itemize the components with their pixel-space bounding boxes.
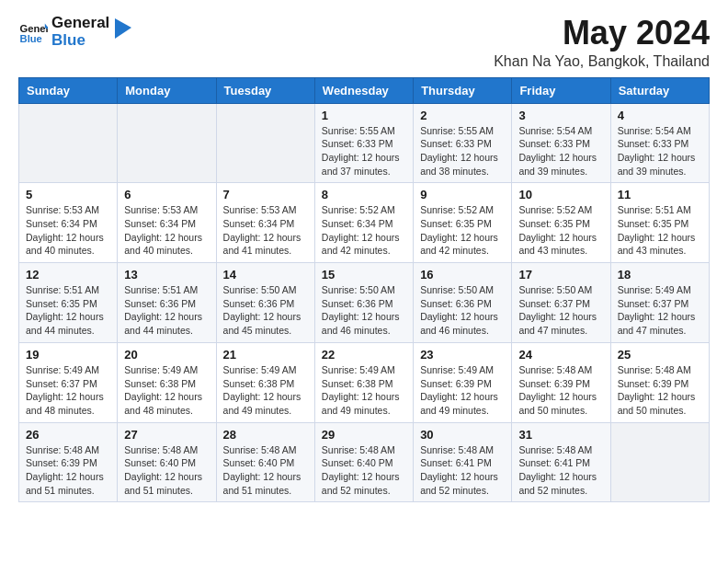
logo-general: General xyxy=(51,15,109,32)
day-number: 18 xyxy=(618,268,702,282)
main-title: May 2024 xyxy=(494,15,710,52)
page: General Blue General Blue May 2024 Khan … xyxy=(0,0,728,563)
day-info: Sunrise: 5:51 AMSunset: 6:35 PMDaylight:… xyxy=(618,203,702,258)
day-number: 7 xyxy=(223,188,308,201)
day-info: Sunrise: 5:55 AMSunset: 6:33 PMDaylight:… xyxy=(322,124,406,178)
day-info: Sunrise: 5:52 AMSunset: 6:35 PMDaylight:… xyxy=(518,203,603,258)
day-number: 24 xyxy=(518,348,603,362)
day-info: Sunrise: 5:50 AMSunset: 6:36 PMDaylight:… xyxy=(322,283,406,338)
day-number: 28 xyxy=(223,428,308,442)
day-info: Sunrise: 5:55 AMSunset: 6:33 PMDaylight:… xyxy=(420,124,505,178)
day-number: 8 xyxy=(322,188,406,201)
calendar-cell: 24Sunrise: 5:48 AMSunset: 6:39 PMDayligh… xyxy=(512,342,610,422)
day-number: 27 xyxy=(124,428,209,442)
day-number: 15 xyxy=(322,268,406,282)
calendar-cell: 25Sunrise: 5:48 AMSunset: 6:39 PMDayligh… xyxy=(610,342,709,422)
day-info: Sunrise: 5:48 AMSunset: 6:39 PMDaylight:… xyxy=(518,363,603,418)
day-number: 12 xyxy=(26,268,110,282)
calendar-cell: 28Sunrise: 5:48 AMSunset: 6:40 PMDayligh… xyxy=(216,422,314,502)
day-info: Sunrise: 5:50 AMSunset: 6:36 PMDaylight:… xyxy=(223,283,308,338)
day-info: Sunrise: 5:49 AMSunset: 6:38 PMDaylight:… xyxy=(322,363,406,418)
calendar-cell: 9Sunrise: 5:52 AMSunset: 6:35 PMDaylight… xyxy=(414,183,512,263)
day-number: 21 xyxy=(223,348,308,362)
day-number: 14 xyxy=(223,268,308,282)
day-info: Sunrise: 5:49 AMSunset: 6:38 PMDaylight:… xyxy=(124,363,209,418)
calendar-cell xyxy=(118,103,216,183)
calendar-cell: 21Sunrise: 5:49 AMSunset: 6:38 PMDayligh… xyxy=(216,342,314,422)
day-number: 11 xyxy=(618,188,702,201)
calendar-cell: 18Sunrise: 5:49 AMSunset: 6:37 PMDayligh… xyxy=(610,263,709,343)
calendar-cell: 22Sunrise: 5:49 AMSunset: 6:38 PMDayligh… xyxy=(314,342,413,422)
logo-icon: General Blue xyxy=(18,17,48,47)
day-info: Sunrise: 5:49 AMSunset: 6:37 PMDaylight:… xyxy=(26,363,110,418)
title-block: May 2024 Khan Na Yao, Bangkok, Thailand xyxy=(494,15,710,70)
logo-blue: Blue xyxy=(51,32,109,50)
day-number: 31 xyxy=(518,428,603,442)
calendar-week-row: 26Sunrise: 5:48 AMSunset: 6:39 PMDayligh… xyxy=(19,422,710,502)
day-info: Sunrise: 5:53 AMSunset: 6:34 PMDaylight:… xyxy=(223,203,308,258)
calendar-cell: 17Sunrise: 5:50 AMSunset: 6:37 PMDayligh… xyxy=(512,263,610,343)
day-number: 5 xyxy=(26,188,110,201)
day-number: 9 xyxy=(420,188,505,201)
day-number: 26 xyxy=(26,428,110,442)
day-info: Sunrise: 5:50 AMSunset: 6:37 PMDaylight:… xyxy=(518,283,603,338)
day-info: Sunrise: 5:49 AMSunset: 6:37 PMDaylight:… xyxy=(618,283,702,338)
day-info: Sunrise: 5:50 AMSunset: 6:36 PMDaylight:… xyxy=(420,283,505,338)
day-number: 16 xyxy=(420,268,505,282)
calendar-cell: 30Sunrise: 5:48 AMSunset: 6:41 PMDayligh… xyxy=(414,422,512,502)
day-info: Sunrise: 5:48 AMSunset: 6:40 PMDaylight:… xyxy=(322,443,406,498)
calendar-cell: 13Sunrise: 5:51 AMSunset: 6:36 PMDayligh… xyxy=(118,263,216,343)
calendar-cell: 31Sunrise: 5:48 AMSunset: 6:41 PMDayligh… xyxy=(512,422,610,502)
calendar-table: SundayMondayTuesdayWednesdayThursdayFrid… xyxy=(18,77,710,503)
calendar-cell: 15Sunrise: 5:50 AMSunset: 6:36 PMDayligh… xyxy=(314,263,413,343)
subtitle: Khan Na Yao, Bangkok, Thailand xyxy=(494,53,710,70)
svg-text:Blue: Blue xyxy=(20,33,42,44)
day-info: Sunrise: 5:48 AMSunset: 6:40 PMDaylight:… xyxy=(124,443,209,498)
calendar-cell: 11Sunrise: 5:51 AMSunset: 6:35 PMDayligh… xyxy=(610,183,709,263)
logo-triangle-icon xyxy=(115,18,131,39)
calendar-cell: 29Sunrise: 5:48 AMSunset: 6:40 PMDayligh… xyxy=(314,422,413,502)
day-number: 13 xyxy=(124,268,209,282)
day-header-thursday: Thursday xyxy=(414,77,512,103)
day-info: Sunrise: 5:49 AMSunset: 6:38 PMDaylight:… xyxy=(223,363,308,418)
day-info: Sunrise: 5:52 AMSunset: 6:35 PMDaylight:… xyxy=(420,203,505,258)
calendar-cell: 5Sunrise: 5:53 AMSunset: 6:34 PMDaylight… xyxy=(19,183,118,263)
day-info: Sunrise: 5:48 AMSunset: 6:41 PMDaylight:… xyxy=(518,443,603,498)
day-info: Sunrise: 5:51 AMSunset: 6:36 PMDaylight:… xyxy=(124,283,209,338)
day-number: 2 xyxy=(420,109,505,122)
day-number: 30 xyxy=(420,428,505,442)
day-info: Sunrise: 5:53 AMSunset: 6:34 PMDaylight:… xyxy=(124,203,209,258)
day-header-monday: Monday xyxy=(118,77,216,103)
day-info: Sunrise: 5:48 AMSunset: 6:39 PMDaylight:… xyxy=(26,443,110,498)
day-number: 1 xyxy=(322,109,406,122)
day-number: 25 xyxy=(618,348,702,362)
calendar-week-row: 5Sunrise: 5:53 AMSunset: 6:34 PMDaylight… xyxy=(19,183,710,263)
calendar-cell: 19Sunrise: 5:49 AMSunset: 6:37 PMDayligh… xyxy=(19,342,118,422)
calendar-cell: 4Sunrise: 5:54 AMSunset: 6:33 PMDaylight… xyxy=(610,103,709,183)
day-info: Sunrise: 5:53 AMSunset: 6:34 PMDaylight:… xyxy=(26,203,110,258)
calendar-week-row: 12Sunrise: 5:51 AMSunset: 6:35 PMDayligh… xyxy=(19,263,710,343)
day-info: Sunrise: 5:49 AMSunset: 6:39 PMDaylight:… xyxy=(420,363,505,418)
calendar-cell: 8Sunrise: 5:52 AMSunset: 6:34 PMDaylight… xyxy=(314,183,413,263)
svg-text:General: General xyxy=(20,23,48,34)
calendar-cell: 1Sunrise: 5:55 AMSunset: 6:33 PMDaylight… xyxy=(314,103,413,183)
calendar-cell: 7Sunrise: 5:53 AMSunset: 6:34 PMDaylight… xyxy=(216,183,314,263)
calendar-header-row: SundayMondayTuesdayWednesdayThursdayFrid… xyxy=(19,77,710,103)
day-header-sunday: Sunday xyxy=(19,77,118,103)
calendar-cell xyxy=(216,103,314,183)
day-number: 29 xyxy=(322,428,406,442)
calendar-cell: 20Sunrise: 5:49 AMSunset: 6:38 PMDayligh… xyxy=(118,342,216,422)
day-info: Sunrise: 5:54 AMSunset: 6:33 PMDaylight:… xyxy=(518,124,603,178)
day-number: 22 xyxy=(322,348,406,362)
calendar-week-row: 1Sunrise: 5:55 AMSunset: 6:33 PMDaylight… xyxy=(19,103,710,183)
calendar-cell: 26Sunrise: 5:48 AMSunset: 6:39 PMDayligh… xyxy=(19,422,118,502)
calendar-cell: 12Sunrise: 5:51 AMSunset: 6:35 PMDayligh… xyxy=(19,263,118,343)
day-number: 17 xyxy=(518,268,603,282)
header: General Blue General Blue May 2024 Khan … xyxy=(18,15,710,70)
day-header-saturday: Saturday xyxy=(610,77,709,103)
calendar-cell: 16Sunrise: 5:50 AMSunset: 6:36 PMDayligh… xyxy=(414,263,512,343)
calendar-cell: 14Sunrise: 5:50 AMSunset: 6:36 PMDayligh… xyxy=(216,263,314,343)
day-number: 20 xyxy=(124,348,209,362)
day-header-tuesday: Tuesday xyxy=(216,77,314,103)
day-number: 10 xyxy=(518,188,603,201)
